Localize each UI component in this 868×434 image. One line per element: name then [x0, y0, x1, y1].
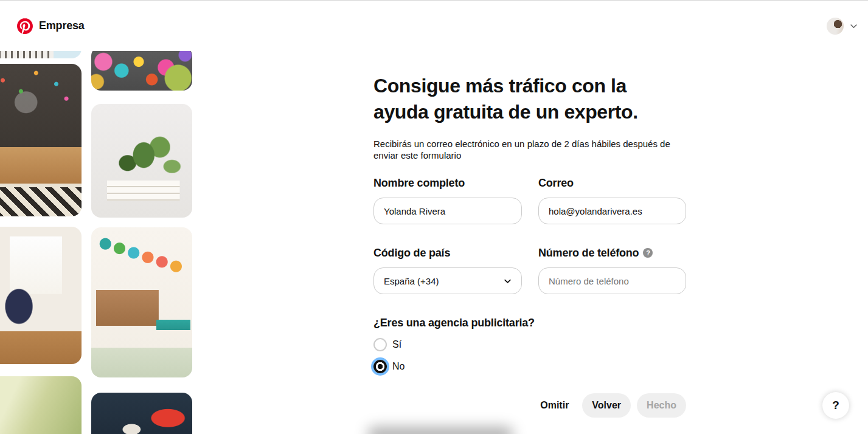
- page-title: Consigue más tráfico con la ayuda gratui…: [373, 73, 673, 125]
- expert-help-form: Consigue más tráfico con la ayuda gratui…: [373, 51, 686, 418]
- pin-image-stationery: [91, 46, 192, 91]
- phone-field-group: Número de teléfono ?: [538, 247, 686, 294]
- form-fields-row-1: Nombre completo Correo: [373, 177, 686, 224]
- pinterest-logo-icon: [17, 18, 33, 34]
- radio-option-si[interactable]: Sí: [373, 338, 686, 351]
- offscreen-toast-shadow: [367, 427, 513, 434]
- full-name-label: Nombre completo: [373, 177, 522, 189]
- user-avatar: [827, 18, 844, 35]
- radio-unselected-icon: [373, 338, 387, 351]
- pinterest-home-link[interactable]: Empresa: [17, 18, 85, 34]
- phone-label: Número de teléfono: [538, 247, 639, 260]
- pin-collage: [0, 1, 207, 434]
- form-actions: Omitir Volver Hecho: [373, 393, 686, 418]
- radio-option-si-label: Sí: [392, 339, 401, 350]
- back-button[interactable]: Volver: [582, 393, 631, 418]
- pinterest-business-form-page: Empresa Consigue más tráfico con la ayud…: [0, 0, 868, 434]
- country-code-selected-value: España (+34): [384, 276, 439, 286]
- email-field-group: Correo: [538, 177, 686, 224]
- email-label: Correo: [538, 177, 686, 189]
- phone-label-row: Número de teléfono ?: [538, 247, 686, 259]
- country-code-label: Código de país: [373, 247, 522, 259]
- full-name-input[interactable]: [373, 198, 522, 224]
- pin-image-kids-room: [91, 227, 192, 377]
- radio-selected-icon: [373, 360, 387, 373]
- pin-image-blurred-chairs: [0, 376, 82, 434]
- pin-image-chalkboard-playroom: [0, 64, 82, 216]
- phone-help-icon[interactable]: ?: [643, 248, 653, 258]
- skip-button[interactable]: Omitir: [533, 393, 576, 418]
- country-code-select[interactable]: España (+34): [373, 267, 522, 294]
- full-name-field-group: Nombre completo: [373, 177, 522, 224]
- phone-input[interactable]: [538, 267, 686, 294]
- page-subtitle: Recibirás un correo electrónico en un pl…: [373, 138, 686, 161]
- account-menu-button[interactable]: [827, 18, 858, 35]
- pin-image-kids-playing: [0, 227, 82, 364]
- pin-image-plant-on-books: [91, 104, 192, 218]
- help-button[interactable]: ?: [822, 392, 849, 419]
- radio-option-no[interactable]: No: [373, 360, 686, 373]
- select-chevron-down-icon: [504, 277, 512, 285]
- agency-question: ¿Eres una agencia publicitaria?: [373, 317, 686, 329]
- chevron-down-icon: [849, 21, 858, 30]
- done-button[interactable]: Hecho: [637, 393, 686, 418]
- country-code-field-group: Código de país España (+34): [373, 247, 522, 294]
- pin-image-rocket-toy: [91, 393, 192, 434]
- brand-label: Empresa: [39, 19, 85, 32]
- form-fields-row-2: Código de país España (+34) Número de te…: [373, 247, 686, 294]
- radio-option-no-label: No: [392, 361, 404, 372]
- email-input[interactable]: [538, 198, 686, 224]
- top-bar: Empresa: [0, 1, 868, 51]
